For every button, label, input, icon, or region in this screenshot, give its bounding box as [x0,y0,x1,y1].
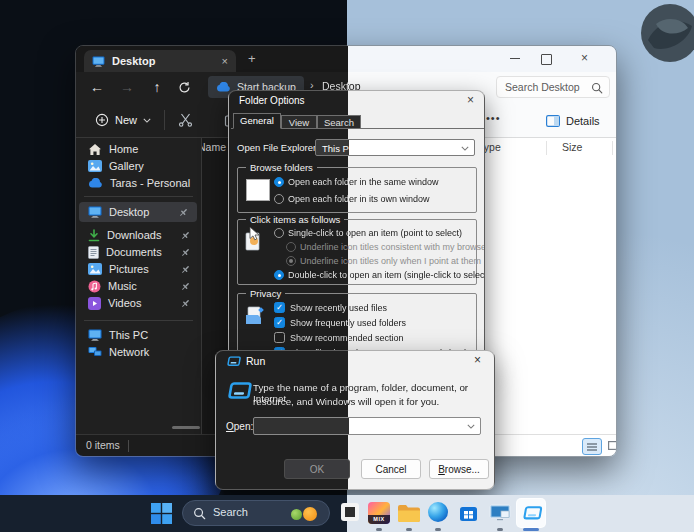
orange-decoration-icon [303,507,317,521]
tab-search[interactable]: Search [317,115,361,129]
sidebar-item-pictures[interactable]: Pictures [76,260,199,278]
open-to-value: This PC [322,143,356,154]
running-indicator [435,528,441,531]
ok-button[interactable]: OK [284,459,350,479]
pin-icon [180,264,191,275]
pane-divider[interactable] [201,138,202,434]
explorer-tab-desktop[interactable]: Desktop × [84,50,236,72]
forward-icon[interactable]: → [114,72,140,102]
icons-view-toggle[interactable] [604,438,617,453]
sidebar-item-this-pc[interactable]: This PC [76,326,199,344]
details-label: Details [566,115,600,127]
sidebar-item-music[interactable]: Music [76,277,199,295]
tab-view[interactable]: View [281,115,317,129]
home-icon [88,143,102,156]
sidebar-item-desktop[interactable]: Desktop [79,202,197,222]
sidebar-item-home[interactable]: Home [76,140,199,158]
back-icon[interactable]: ← [84,72,110,102]
sidebar-item-documents[interactable]: Documents [76,243,199,261]
open-field[interactable] [253,417,481,435]
close-icon[interactable]: × [467,93,474,107]
microsoft-store-icon[interactable] [458,502,479,523]
sidebar-item-videos[interactable]: Videos [76,294,199,312]
mix-app-icon[interactable]: MIX [368,502,390,524]
divider [164,110,165,130]
sidebar-item-gallery[interactable]: Gallery [76,157,199,175]
search-icon [193,507,206,520]
folder-options-dialog: Folder Options × General View Search Ope… [228,90,485,368]
taskbar-search-box[interactable]: Search [182,500,330,526]
onedrive-icon [88,178,103,188]
cut-icon[interactable] [178,112,193,127]
search-input[interactable]: Search Desktop [496,76,610,98]
close-icon[interactable]: × [581,51,588,65]
chevron-down-icon [467,424,475,429]
items-count: 0 items [86,439,120,451]
see-more-icon[interactable]: ••• [486,112,501,124]
divider [128,440,129,452]
documents-icon [88,246,99,259]
running-indicator [406,528,412,531]
this-pc-icon [88,329,102,341]
edge-icon[interactable] [428,502,448,522]
file-explorer-icon[interactable] [397,504,421,523]
running-indicator [497,528,503,531]
group-title: Browse folders [246,162,317,173]
sidebar-item-network[interactable]: Network [76,343,199,361]
chevron-down-icon [461,146,469,151]
group-title: Privacy [246,288,285,299]
run-taskbar-icon[interactable] [516,498,546,528]
browse-folders-icon [246,179,270,201]
pin-icon [180,281,191,292]
run-icon [521,506,543,522]
explorer-tab-bar: Desktop × + × [76,46,616,72]
minimize-icon[interactable] [510,58,520,59]
run-dialog: Run × Type the name of a program, folder… [215,350,495,490]
videos-icon [88,297,101,310]
tab-title: Desktop [112,55,215,67]
tab-general[interactable]: General [233,113,281,129]
chevron-down-icon [143,118,151,123]
new-label: New [115,114,137,126]
browse-button[interactable]: Browse... [429,459,489,479]
desktop: Desktop × + × ← → ↑ Start backup › Deskt… [0,0,694,532]
refresh-icon[interactable] [178,81,191,94]
column-name[interactable]: Name [198,141,226,153]
dialog-title: Run [246,355,265,367]
taskbar: Search MIX [0,495,694,532]
column-divider [612,141,613,155]
network-icon [88,346,102,358]
details-pane-icon [546,115,560,127]
run-icon [226,356,241,368]
details-view-toggle[interactable] [582,438,602,455]
system-utility-icon[interactable] [489,504,511,524]
browse-folders-group: Browse folders Open each folder in the s… [237,167,477,213]
open-to-combobox[interactable]: This PC [315,139,475,156]
downloads-icon [88,229,100,242]
start-button[interactable] [151,503,172,524]
scrollbar-thumb[interactable] [172,426,200,429]
mix-badge: MIX [368,515,390,524]
maximize-icon[interactable] [541,54,552,65]
tab-close-icon[interactable]: × [222,55,228,67]
column-size[interactable]: Size [562,141,582,153]
cancel-button[interactable]: Cancel [361,459,421,479]
mouse-cursor [249,226,260,242]
close-icon[interactable]: × [474,353,481,367]
running-indicator [376,528,382,531]
sidebar-item-onedrive[interactable]: Taras - Personal [76,174,199,192]
app-window-icon[interactable] [340,502,360,522]
new-tab-icon[interactable]: + [248,51,256,66]
plus-circle-icon [95,113,109,127]
details-button[interactable]: Details [546,109,600,132]
pin-icon [180,247,191,258]
group-title: Click items as follows [246,214,344,225]
sidebar-item-downloads[interactable]: Downloads [76,226,199,244]
up-icon[interactable]: ↑ [144,72,170,102]
new-button[interactable]: New [86,108,160,132]
search-icon [591,82,603,94]
click-items-group: Click items as follows Single-click to o… [237,219,477,285]
pin-icon [180,298,191,309]
pictures-icon [88,263,102,275]
dialog-title: Folder Options [239,95,305,106]
